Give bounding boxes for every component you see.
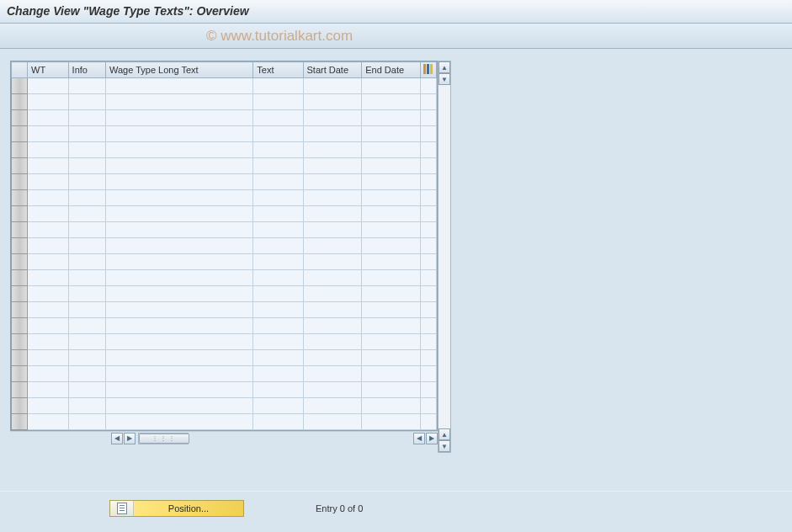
row-selector[interactable] [12, 190, 28, 206]
cell-startdate[interactable] [303, 286, 362, 302]
cell-enddate[interactable] [362, 350, 421, 366]
cell-text[interactable] [253, 334, 303, 350]
cell-text[interactable] [253, 126, 303, 142]
cell-longtext[interactable] [105, 334, 252, 350]
cell-enddate[interactable] [362, 254, 421, 270]
cell-info[interactable] [68, 302, 105, 318]
cell-info[interactable] [68, 366, 105, 382]
cell-info[interactable] [68, 126, 105, 142]
scroll-down-arrow-icon[interactable]: ▼ [439, 73, 450, 85]
cell-text[interactable] [253, 206, 303, 222]
cell-startdate[interactable] [303, 110, 362, 126]
cell-startdate[interactable] [303, 270, 362, 286]
cell-enddate[interactable] [362, 110, 421, 126]
cell-longtext[interactable] [105, 270, 252, 286]
cell-enddate[interactable] [362, 286, 421, 302]
column-config-header[interactable] [420, 62, 436, 78]
cell-enddate[interactable] [362, 142, 421, 158]
cell-longtext[interactable] [105, 318, 252, 334]
cell-wt[interactable] [28, 318, 69, 334]
position-button[interactable]: Position... [109, 500, 244, 517]
cell-startdate[interactable] [303, 78, 362, 94]
column-header-info[interactable]: Info [68, 62, 105, 78]
cell-wt[interactable] [28, 158, 69, 174]
cell-wt[interactable] [28, 94, 69, 110]
cell-text[interactable] [253, 94, 303, 110]
cell-text[interactable] [253, 158, 303, 174]
cell-info[interactable] [68, 94, 105, 110]
cell-longtext[interactable] [105, 110, 252, 126]
cell-wt[interactable] [28, 398, 69, 414]
row-selector[interactable] [12, 206, 28, 222]
cell-enddate[interactable] [362, 158, 421, 174]
scroll-up-arrow-2-icon[interactable]: ▲ [439, 428, 450, 440]
cell-text[interactable] [253, 142, 303, 158]
row-selector[interactable] [12, 238, 28, 254]
cell-text[interactable] [253, 414, 303, 430]
cell-startdate[interactable] [303, 350, 362, 366]
cell-text[interactable] [253, 110, 303, 126]
cell-text[interactable] [253, 78, 303, 94]
vertical-scrollbar[interactable]: ▲ ▼ ▲ ▼ [438, 61, 451, 453]
cell-longtext[interactable] [105, 366, 252, 382]
hscroll-thumb[interactable]: ⋮⋮⋮ [139, 434, 189, 444]
cell-info[interactable] [68, 158, 105, 174]
cell-text[interactable] [253, 398, 303, 414]
cell-longtext[interactable] [105, 126, 252, 142]
cell-wt[interactable] [28, 174, 69, 190]
cell-startdate[interactable] [303, 414, 362, 430]
row-selector[interactable] [12, 158, 28, 174]
row-selector[interactable] [12, 286, 28, 302]
cell-wt[interactable] [28, 302, 69, 318]
cell-info[interactable] [68, 222, 105, 238]
cell-enddate[interactable] [362, 78, 421, 94]
scroll-down-arrow-2-icon[interactable]: ▼ [439, 440, 450, 452]
scroll-left-arrow-2-icon[interactable]: ◀ [413, 433, 425, 444]
cell-startdate[interactable] [303, 366, 362, 382]
cell-longtext[interactable] [105, 254, 252, 270]
cell-enddate[interactable] [362, 206, 421, 222]
cell-info[interactable] [68, 238, 105, 254]
cell-startdate[interactable] [303, 206, 362, 222]
row-selector[interactable] [12, 254, 28, 270]
row-selector[interactable] [12, 398, 28, 414]
cell-enddate[interactable] [362, 174, 421, 190]
cell-text[interactable] [253, 366, 303, 382]
cell-enddate[interactable] [362, 414, 421, 430]
cell-wt[interactable] [28, 206, 69, 222]
cell-text[interactable] [253, 286, 303, 302]
cell-info[interactable] [68, 318, 105, 334]
cell-enddate[interactable] [362, 382, 421, 398]
cell-longtext[interactable] [105, 350, 252, 366]
cell-wt[interactable] [28, 190, 69, 206]
row-selector[interactable] [12, 94, 28, 110]
cell-info[interactable] [68, 206, 105, 222]
row-selector[interactable] [12, 302, 28, 318]
cell-text[interactable] [253, 254, 303, 270]
cell-info[interactable] [68, 398, 105, 414]
cell-wt[interactable] [28, 270, 69, 286]
row-selector[interactable] [12, 382, 28, 398]
row-selector[interactable] [12, 222, 28, 238]
cell-info[interactable] [68, 414, 105, 430]
cell-text[interactable] [253, 174, 303, 190]
cell-longtext[interactable] [105, 94, 252, 110]
cell-wt[interactable] [28, 334, 69, 350]
cell-info[interactable] [68, 254, 105, 270]
cell-longtext[interactable] [105, 142, 252, 158]
horizontal-scrollbar[interactable]: ◀ ▶ ⋮⋮⋮ [111, 433, 190, 444]
row-selector[interactable] [12, 142, 28, 158]
cell-startdate[interactable] [303, 174, 362, 190]
cell-startdate[interactable] [303, 318, 362, 334]
cell-longtext[interactable] [105, 302, 252, 318]
column-header-longtext[interactable]: Wage Type Long Text [105, 62, 252, 78]
cell-enddate[interactable] [362, 94, 421, 110]
cell-info[interactable] [68, 382, 105, 398]
cell-info[interactable] [68, 270, 105, 286]
cell-wt[interactable] [28, 350, 69, 366]
cell-text[interactable] [253, 190, 303, 206]
cell-enddate[interactable] [362, 190, 421, 206]
cell-longtext[interactable] [105, 206, 252, 222]
row-selector[interactable] [12, 350, 28, 366]
cell-longtext[interactable] [105, 238, 252, 254]
